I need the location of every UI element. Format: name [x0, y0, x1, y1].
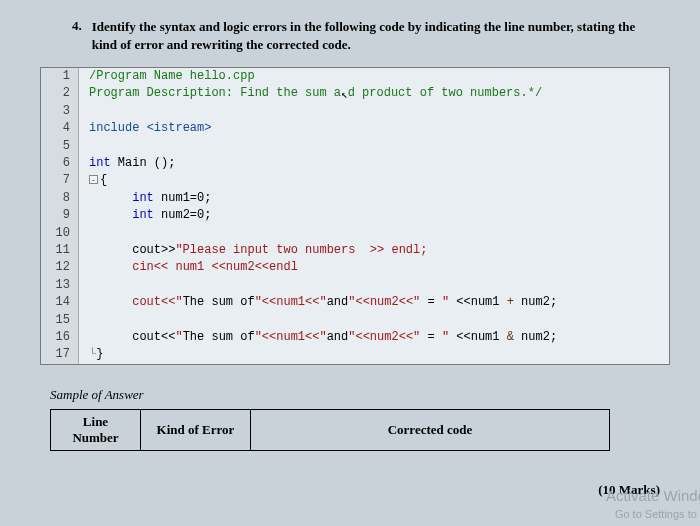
- code-content: [79, 312, 89, 329]
- code-content: [79, 138, 89, 155]
- mouse-cursor-icon: ↖: [341, 88, 348, 104]
- line-number: 6: [41, 155, 79, 172]
- answer-table: Line Number Kind of Error Corrected code: [50, 409, 610, 451]
- code-line: 11 cout>>"Please input two numbers >> en…: [41, 242, 669, 259]
- line-number: 12: [41, 259, 79, 276]
- code-line: 9 int num2=0;: [41, 207, 669, 224]
- code-content: cout<<"The sum of"<<num1<<"and"<<num2<<"…: [79, 329, 557, 346]
- code-line: 7-{: [41, 172, 669, 189]
- code-line: 10: [41, 225, 669, 242]
- line-number: 10: [41, 225, 79, 242]
- question-prompt: 4. Identify the syntax and logic errors …: [60, 18, 660, 53]
- line-number: 11: [41, 242, 79, 259]
- line-number: 15: [41, 312, 79, 329]
- code-content: int Main ();: [79, 155, 175, 172]
- line-number: 9: [41, 207, 79, 224]
- code-content: [79, 225, 89, 242]
- code-listing: 1/Program Name hello.cpp2Program Descrip…: [40, 67, 670, 365]
- sample-answer-label: Sample of Answer: [50, 387, 660, 403]
- line-number: 14: [41, 294, 79, 311]
- code-content: Program Description: Find the sum a↖d pr…: [79, 85, 542, 102]
- code-line: 4include <istream>: [41, 120, 669, 137]
- code-content: [79, 277, 89, 294]
- col-kind-of-error: Kind of Error: [141, 409, 251, 450]
- line-number: 4: [41, 120, 79, 137]
- code-line: 17└}: [41, 346, 669, 363]
- line-number: 16: [41, 329, 79, 346]
- code-content: int num1=0;: [79, 190, 211, 207]
- code-line: 12 cin<< num1 <<num2<<endl: [41, 259, 669, 276]
- code-line: 1/Program Name hello.cpp: [41, 68, 669, 85]
- code-line: 3: [41, 103, 669, 120]
- code-line: 16 cout<<"The sum of"<<num1<<"and"<<num2…: [41, 329, 669, 346]
- fold-icon: -: [89, 175, 98, 184]
- question-number: 4.: [72, 18, 82, 53]
- code-line: 8 int num1=0;: [41, 190, 669, 207]
- col-line-number: Line Number: [51, 409, 141, 450]
- code-line: 15: [41, 312, 669, 329]
- line-number: 3: [41, 103, 79, 120]
- code-content: └}: [79, 346, 103, 363]
- col-corrected-code: Corrected code: [251, 409, 610, 450]
- line-number: 8: [41, 190, 79, 207]
- line-number: 2: [41, 85, 79, 102]
- code-content: /Program Name hello.cpp: [79, 68, 255, 85]
- code-content: -{: [79, 172, 107, 189]
- question-text: Identify the syntax and logic errors in …: [92, 18, 660, 53]
- line-number: 7: [41, 172, 79, 189]
- code-line: 2Program Description: Find the sum a↖d p…: [41, 85, 669, 102]
- line-number: 1: [41, 68, 79, 85]
- code-line: 6int Main ();: [41, 155, 669, 172]
- code-content: include <istream>: [79, 120, 211, 137]
- code-content: cout<<"The sum of"<<num1<<"and"<<num2<<"…: [79, 294, 557, 311]
- line-number: 5: [41, 138, 79, 155]
- line-number: 13: [41, 277, 79, 294]
- activate-windows-watermark: Activate Windo: [606, 487, 700, 504]
- line-number: 17: [41, 346, 79, 363]
- code-content: [79, 103, 89, 120]
- code-line: 5: [41, 138, 669, 155]
- code-content: int num2=0;: [79, 207, 211, 224]
- code-line: 13: [41, 277, 669, 294]
- activate-windows-subtext: Go to Settings to a: [615, 508, 700, 520]
- code-line: 14 cout<<"The sum of"<<num1<<"and"<<num2…: [41, 294, 669, 311]
- code-content: cout>>"Please input two numbers >> endl;: [79, 242, 427, 259]
- code-content: cin<< num1 <<num2<<endl: [79, 259, 298, 276]
